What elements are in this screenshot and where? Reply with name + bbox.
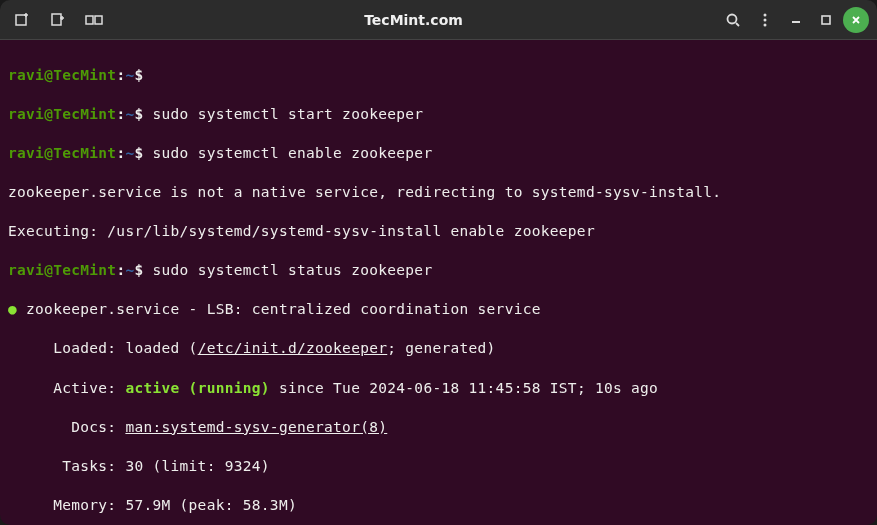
titlebar-left	[8, 6, 108, 34]
titlebar: TecMint.com	[0, 0, 877, 40]
new-window-icon[interactable]	[44, 6, 72, 34]
svg-rect-8	[822, 16, 830, 24]
svg-rect-3	[95, 16, 102, 24]
svg-rect-2	[86, 16, 93, 24]
docs-link: man:systemd-sysv-generator(8)	[125, 419, 387, 435]
command-start: sudo systemctl start zookeeper	[153, 106, 424, 122]
new-tab-icon[interactable]	[8, 6, 36, 34]
svg-point-6	[764, 18, 767, 21]
status-loaded: Loaded: loaded (/etc/init.d/zookeeper; g…	[8, 339, 869, 359]
terminal-body[interactable]: ravi@TecMint:~$ ravi@TecMint:~$ sudo sys…	[0, 40, 877, 525]
svg-rect-0	[16, 15, 26, 25]
status-tasks: Tasks: 30 (limit: 9324)	[8, 457, 869, 477]
svg-point-5	[764, 13, 767, 16]
minimize-button[interactable]	[783, 7, 809, 33]
overview-icon[interactable]	[80, 6, 108, 34]
svg-point-7	[764, 23, 767, 26]
status-active: Active: active (running) since Tue 2024-…	[8, 379, 869, 399]
search-icon[interactable]	[719, 6, 747, 34]
prompt-line: ravi@TecMint:~$	[8, 66, 869, 86]
svg-point-4	[728, 14, 737, 23]
prompt-line: ravi@TecMint:~$ sudo systemctl enable zo…	[8, 144, 869, 164]
command-status: sudo systemctl status zookeeper	[153, 262, 433, 278]
close-button[interactable]	[843, 7, 869, 33]
output-redirect: zookeeper.service is not a native servic…	[8, 183, 869, 203]
status-dot-icon: ●	[8, 301, 17, 317]
status-memory: Memory: 57.9M (peak: 58.3M)	[8, 496, 869, 516]
window-title: TecMint.com	[114, 12, 713, 28]
svg-rect-1	[52, 14, 61, 25]
status-header: ● zookeeper.service - LSB: centralized c…	[8, 300, 869, 320]
titlebar-right	[719, 6, 869, 34]
command-enable: sudo systemctl enable zookeeper	[153, 145, 433, 161]
menu-icon[interactable]	[751, 6, 779, 34]
prompt-line: ravi@TecMint:~$ sudo systemctl status zo…	[8, 261, 869, 281]
status-docs: Docs: man:systemd-sysv-generator(8)	[8, 418, 869, 438]
prompt-line: ravi@TecMint:~$ sudo systemctl start zoo…	[8, 105, 869, 125]
prompt-user: ravi	[8, 67, 44, 83]
output-executing: Executing: /usr/lib/systemd/systemd-sysv…	[8, 222, 869, 242]
loaded-link: /etc/init.d/zookeeper	[198, 340, 388, 356]
maximize-button[interactable]	[813, 7, 839, 33]
